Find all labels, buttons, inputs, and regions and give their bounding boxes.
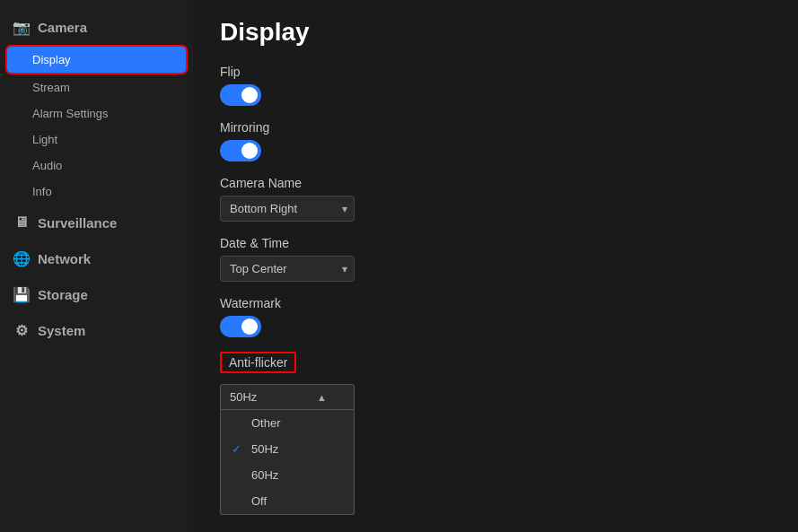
flip-setting: Flip [220, 65, 771, 106]
sidebar-item-light[interactable]: Light [0, 126, 193, 153]
sidebar-item-stream[interactable]: Stream [0, 74, 193, 100]
page-title: Display [220, 18, 771, 47]
anti-flicker-option-other[interactable]: ✓ Other [221, 410, 354, 436]
sidebar-section-system[interactable]: ⚙ System [0, 312, 193, 348]
watermark-toggle[interactable] [220, 316, 261, 337]
sidebar-item-info[interactable]: Info [0, 179, 193, 205]
camera-name-label: Camera Name [220, 176, 771, 190]
sidebar-section-surveillance[interactable]: 🖥 Surveillance [0, 205, 193, 240]
sidebar-section-storage-label: Storage [38, 287, 88, 302]
mirroring-toggle-knob [241, 143, 258, 159]
storage-icon: 💾 [13, 285, 31, 303]
watermark-label: Watermark [220, 296, 771, 310]
anti-flicker-menu: ✓ Other ✓ 50Hz ✓ 60Hz ✓ Off [220, 410, 355, 515]
other-label: Other [251, 416, 281, 430]
camera-name-dropdown[interactable]: Bottom Right Top Left Top Right Bottom L… [220, 196, 355, 222]
sidebar-item-audio[interactable]: Audio [0, 153, 193, 179]
flip-label: Flip [220, 65, 771, 79]
anti-flicker-option-off[interactable]: ✓ Off [221, 488, 354, 514]
camera-name-select[interactable]: Bottom Right Top Left Top Right Bottom L… [220, 196, 355, 222]
date-time-label: Date & Time [220, 236, 771, 250]
sidebar-section-network-label: Network [38, 251, 91, 266]
camera-name-setting: Camera Name Bottom Right Top Left Top Ri… [220, 176, 771, 222]
anti-flicker-select-box[interactable]: 50Hz ▲ [220, 384, 355, 410]
anti-flicker-up-arrow: ▲ [317, 392, 327, 403]
sidebar-section-storage[interactable]: 💾 Storage [0, 276, 193, 312]
watermark-toggle-container [220, 316, 771, 337]
mirroring-label: Mirroring [220, 120, 771, 135]
camera-icon: 📷 [13, 18, 31, 36]
sidebar-section-camera[interactable]: 📷 Camera [0, 9, 193, 45]
off-label: Off [251, 494, 267, 508]
sidebar-section-surveillance-label: Surveillance [38, 215, 117, 231]
sidebar-section-system-label: System [38, 323, 85, 338]
anti-flicker-dropdown[interactable]: 50Hz ▲ ✓ Other ✓ 50Hz ✓ 60Hz ✓ Off [220, 384, 355, 410]
anti-flicker-option-60hz[interactable]: ✓ 60Hz [221, 462, 354, 488]
surveillance-icon: 🖥 [13, 214, 31, 231]
60hz-label: 60Hz [251, 468, 278, 482]
flip-toggle-knob [241, 87, 258, 103]
date-time-dropdown[interactable]: Top Center Top Left Top Right Bottom Lef… [220, 256, 355, 282]
mirroring-toggle[interactable] [220, 140, 261, 161]
watermark-toggle-knob [241, 318, 258, 335]
sidebar-item-alarm-settings[interactable]: Alarm Settings [0, 100, 193, 126]
sidebar: 📷 Camera Display Stream Alarm Settings L… [0, 0, 193, 532]
network-icon: 🌐 [13, 249, 31, 267]
sidebar-section-camera-label: Camera [38, 20, 87, 35]
flip-toggle[interactable] [220, 84, 261, 106]
sidebar-item-display[interactable]: Display [7, 47, 186, 73]
mirroring-toggle-container [220, 140, 771, 161]
anti-flicker-value: 50Hz [230, 390, 257, 404]
main-content: Display Flip Mirroring Camera Name Botto… [193, 0, 798, 532]
50hz-label: 50Hz [251, 442, 278, 456]
watermark-setting: Watermark [220, 296, 771, 337]
anti-flicker-label: Anti-flicker [220, 352, 296, 373]
anti-flicker-option-50hz[interactable]: ✓ 50Hz [221, 436, 354, 462]
system-icon: ⚙ [13, 321, 31, 339]
date-time-setting: Date & Time Top Center Top Left Top Righ… [220, 236, 771, 282]
sidebar-section-network[interactable]: 🌐 Network [0, 240, 193, 276]
mirroring-setting: Mirroring [220, 120, 771, 161]
anti-flicker-setting: Anti-flicker 50Hz ▲ ✓ Other ✓ 50Hz ✓ 60H… [220, 352, 771, 410]
flip-toggle-container [220, 84, 771, 106]
50hz-checkmark: ✓ [232, 442, 244, 456]
date-time-select[interactable]: Top Center Top Left Top Right Bottom Lef… [220, 256, 355, 282]
